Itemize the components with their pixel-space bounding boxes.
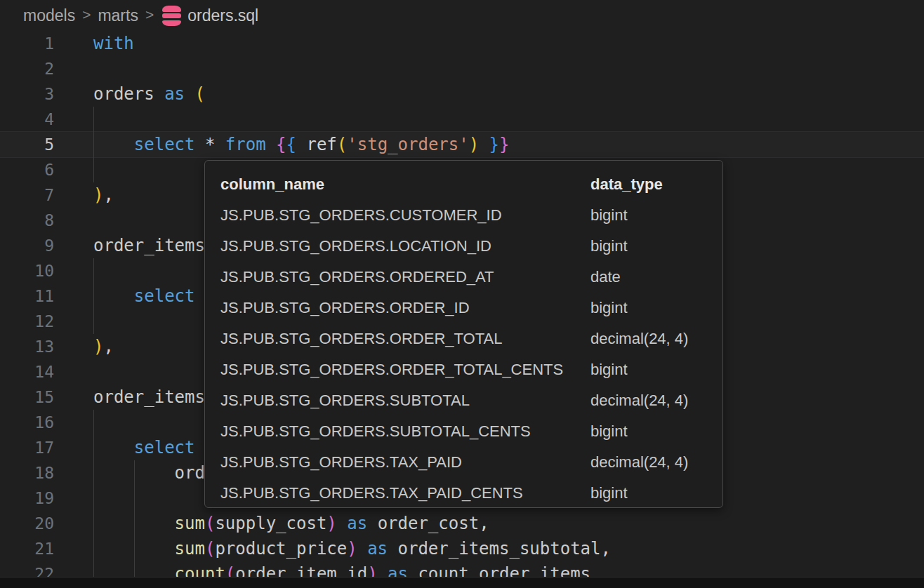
code-token: order_items_subtotal <box>398 539 601 559</box>
code-text: order_items <box>54 385 205 410</box>
column-row: JS.PUB.STG_ORDERS.SUBTOTAL_CENTSbigint <box>205 416 722 447</box>
code-token: ord <box>175 463 205 483</box>
column-row: JS.PUB.STG_ORDERS.TAX_PAID_CENTSbigint <box>205 478 722 508</box>
code-text: order_items <box>54 233 205 258</box>
code-text: select * from {{ ref('stg_orders') }} <box>54 132 509 157</box>
column-name-header: column_name <box>220 175 324 193</box>
code-token: { <box>286 135 296 154</box>
code-text: sum(supply_cost) as order_cost, <box>54 511 489 536</box>
line-number: 17 <box>0 435 54 460</box>
column-name-cell: JS.PUB.STG_ORDERS.LOCATION_ID <box>220 237 491 255</box>
line-number: 14 <box>0 359 54 385</box>
code-token: ) <box>347 539 357 559</box>
code-token: 'stg_orders' <box>347 135 468 154</box>
code-text: ), <box>54 182 114 208</box>
code-line[interactable]: 3orders as ( <box>0 81 924 107</box>
line-number: 8 <box>0 208 54 233</box>
chevron-right-icon: > <box>145 6 154 23</box>
code-token: ( <box>195 84 205 104</box>
code-token: ref <box>306 135 336 154</box>
data-type-cell: bigint <box>590 293 628 323</box>
column-row: JS.PUB.STG_ORDERS.ORDER_TOTALdecimal(24,… <box>205 323 722 354</box>
code-token: order_cost <box>378 514 480 533</box>
code-line[interactable]: 5 select * from {{ ref('stg_orders') }} <box>0 132 924 157</box>
column-row: JS.PUB.STG_ORDERS.CUSTOMER_IDbigint <box>205 200 722 231</box>
code-token: sum <box>175 514 205 533</box>
code-token: , <box>601 539 611 559</box>
column-name-cell: JS.PUB.STG_ORDERS.SUBTOTAL_CENTS <box>220 422 531 440</box>
code-line[interactable]: 2 <box>0 56 924 81</box>
code-token: as <box>347 514 367 533</box>
code-text <box>54 258 93 283</box>
breadcrumb: models > marts > orders.sql <box>0 0 924 31</box>
code-line[interactable]: 4 <box>0 107 924 132</box>
data-type-cell: decimal(24, 4) <box>590 447 688 478</box>
code-text <box>54 107 93 132</box>
line-number: 3 <box>0 81 54 107</box>
data-type-cell: bigint <box>590 354 628 385</box>
column-name-cell: JS.PUB.STG_ORDERS.TAX_PAID_CENTS <box>220 484 523 502</box>
code-token: ) <box>93 337 103 356</box>
code-token <box>93 135 134 154</box>
data-type-cell: bigint <box>590 478 628 508</box>
indent-guide <box>93 107 94 182</box>
code-token <box>93 438 134 457</box>
breadcrumb-item-models[interactable]: models <box>23 6 75 25</box>
code-line[interactable]: 21 sum(product_price) as order_items_sub… <box>0 536 924 561</box>
indent-guide <box>93 410 94 588</box>
line-number: 7 <box>0 182 54 208</box>
code-text: select <box>54 283 195 309</box>
code-token <box>185 84 194 104</box>
line-number: 2 <box>0 56 54 81</box>
data-type-cell: bigint <box>590 416 628 447</box>
line-number: 13 <box>0 334 54 359</box>
code-token: order_items <box>93 236 205 255</box>
breadcrumb-file-name[interactable]: orders.sql <box>187 6 258 25</box>
code-token: select <box>134 286 195 306</box>
code-token: as <box>164 84 185 104</box>
code-token: ) <box>469 135 479 154</box>
column-name-cell: JS.PUB.STG_ORDERS.TAX_PAID <box>220 453 462 471</box>
code-token: from <box>225 135 266 154</box>
code-token: with <box>93 34 134 53</box>
code-token: } <box>499 135 509 154</box>
code-token: , <box>103 185 113 205</box>
code-token <box>195 135 205 154</box>
column-row: JS.PUB.STG_ORDERS.SUBTOTALdecimal(24, 4) <box>205 385 722 416</box>
code-token: product_price <box>215 539 347 559</box>
code-text: with <box>54 31 134 56</box>
column-name-cell: JS.PUB.STG_ORDERS.CUSTOMER_ID <box>220 206 502 224</box>
code-text: orders as ( <box>54 81 205 107</box>
code-line[interactable]: 20 sum(supply_cost) as order_cost, <box>0 511 924 536</box>
code-token <box>388 539 397 559</box>
breadcrumb-item-marts[interactable]: marts <box>98 6 138 25</box>
database-icon <box>162 6 181 26</box>
code-text <box>54 157 93 182</box>
code-text <box>54 486 93 511</box>
popup-header-row: column_name data_type <box>205 169 722 200</box>
code-text: ), <box>54 334 114 359</box>
code-text <box>54 410 93 435</box>
line-number: 4 <box>0 107 54 132</box>
column-row: JS.PUB.STG_ORDERS.TAX_PAIDdecimal(24, 4) <box>205 447 722 478</box>
code-token: sum <box>175 539 205 559</box>
line-number: 6 <box>0 157 54 182</box>
code-text: sum(product_price) as order_items_subtot… <box>54 536 611 561</box>
line-number: 16 <box>0 410 54 435</box>
code-token <box>357 539 367 559</box>
code-token: , <box>479 514 489 533</box>
popup-rows: JS.PUB.STG_ORDERS.CUSTOMER_IDbigintJS.PU… <box>205 200 722 508</box>
code-token: ( <box>205 514 215 533</box>
data-type-cell: bigint <box>590 200 628 231</box>
code-token <box>296 135 306 154</box>
code-line[interactable]: 1with <box>0 31 924 56</box>
line-number: 5 <box>0 132 54 157</box>
column-row: JS.PUB.STG_ORDERS.ORDERED_ATdate <box>205 262 722 293</box>
code-token: as <box>367 539 388 559</box>
line-number: 10 <box>0 258 54 283</box>
column-name-cell: JS.PUB.STG_ORDERS.SUBTOTAL <box>220 392 470 409</box>
code-token <box>337 514 347 533</box>
code-editor[interactable]: 1with23orders as (45 select * from {{ re… <box>0 31 924 588</box>
data-type-header: data_type <box>590 169 663 200</box>
line-number: 20 <box>0 511 54 536</box>
